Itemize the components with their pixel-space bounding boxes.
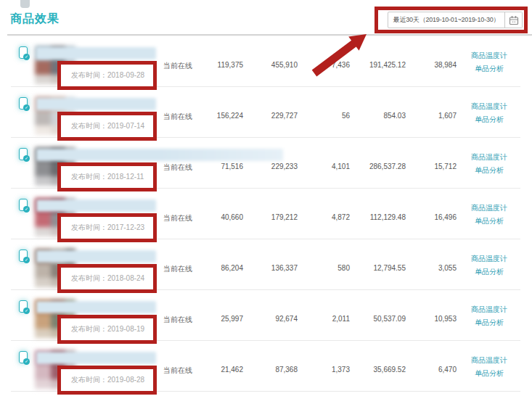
product-title-blurred: [36, 98, 156, 110]
metric-value: 16,496: [398, 213, 457, 221]
product-thermometer-link[interactable]: 商品温度计: [460, 100, 518, 113]
product-thermometer-link[interactable]: 商品温度计: [460, 252, 518, 265]
check-badge-icon: ✓: [23, 308, 30, 314]
metric-value: 12,794.55: [344, 264, 406, 272]
publish-date-value: 2018-09-28: [107, 71, 144, 79]
annotation-box-publish-date: 发布时间：2018-12-11: [57, 162, 157, 191]
metric-value: 50,537.09: [344, 315, 406, 323]
table-row: ✓ 发布时间：2018-08-24 当前在线 86,204 136,337 58…: [0, 239, 532, 290]
item-analysis-link[interactable]: 单品分析: [460, 62, 518, 75]
product-title-blurred: [36, 250, 156, 263]
metric-value: 40,660: [185, 213, 243, 221]
metric-value: 136,337: [240, 264, 298, 272]
annotation-box-publish-date: 发布时间：2018-08-24: [57, 264, 157, 293]
metric-value: 229,727: [240, 112, 298, 120]
publish-date-prefix: 发布时间：: [71, 122, 107, 130]
date-range-picker[interactable]: 最近30天（2019-10-01~2019-10-30）: [388, 12, 523, 28]
annotation-box-publish-date: 发布时间：2018-09-28: [57, 61, 157, 90]
item-analysis-link[interactable]: 单品分析: [460, 367, 518, 380]
item-analysis-link[interactable]: 单品分析: [460, 265, 518, 279]
row-links: 商品温度计 单品分析: [460, 151, 518, 177]
product-title-blurred: [36, 199, 156, 212]
metric-value: 15,712: [398, 162, 457, 170]
check-badge-icon: ✓: [23, 358, 30, 365]
metric-value: 191,425.12: [344, 61, 406, 69]
publish-date-prefix: 发布时间：: [71, 71, 107, 79]
metric-value: 56: [292, 112, 350, 120]
row-links: 商品温度计 单品分析: [460, 100, 518, 126]
device-verified-icon: ✓: [19, 46, 28, 59]
item-analysis-link[interactable]: 单品分析: [460, 113, 518, 126]
product-title-blurred: [36, 301, 156, 313]
device-verified-icon: ✓: [19, 351, 28, 363]
row-links: 商品温度计 单品分析: [460, 202, 518, 228]
page: 商品效果 最近30天（2019-10-01~2019-10-30） ✓: [0, 0, 532, 404]
calendar-button[interactable]: [504, 12, 522, 28]
metric-value: 119,375: [185, 61, 243, 69]
publish-date-label: 发布时间：2019-08-28: [61, 375, 144, 385]
metric-value: 112,129.48: [344, 213, 406, 221]
product-title-blurred: [36, 47, 156, 59]
date-range-label: 最近30天（2019-10-01~2019-10-30）: [388, 12, 504, 28]
publish-date-value: 2018-08-24: [107, 274, 144, 282]
annotation-box-publish-date: 发布时间：2019-07-14: [57, 112, 157, 141]
device-verified-icon: ✓: [19, 97, 28, 110]
row-links: 商品温度计 单品分析: [460, 252, 518, 279]
metric-value: 1,607: [398, 112, 457, 120]
metric-value: 179,212: [240, 213, 298, 221]
publish-date-label: 发布时间：2019-07-14: [61, 121, 144, 131]
device-verified-icon: ✓: [19, 148, 28, 160]
table-row: ✓ 发布时间：2019-08-19 当前在线 25,997 92,674 2,0…: [0, 290, 532, 341]
product-thermometer-link[interactable]: 商品温度计: [460, 151, 518, 164]
publish-date-value: 2019-08-19: [107, 325, 144, 333]
metric-value: 6,470: [398, 366, 457, 374]
metric-value: 229,233: [240, 162, 298, 170]
product-thermometer-link[interactable]: 商品温度计: [460, 354, 518, 367]
metric-value: 1,373: [292, 366, 350, 374]
check-badge-icon: ✓: [23, 257, 30, 263]
metric-value: 21,462: [185, 366, 243, 374]
publish-date-prefix: 发布时间：: [71, 223, 107, 231]
metric-value: 580: [292, 264, 350, 272]
annotation-box-publish-date: 发布时间：2017-12-23: [57, 213, 157, 242]
annotation-box-publish-date: 发布时间：2019-08-19: [57, 315, 157, 344]
publish-date-value: 2018-12-11: [107, 173, 144, 181]
product-thermometer-link[interactable]: 商品温度计: [460, 202, 518, 215]
publish-date-value: 2019-08-28: [107, 376, 144, 384]
row-links: 商品温度计 单品分析: [460, 49, 518, 75]
metric-value: 87,368: [240, 366, 298, 374]
metric-value: 35,669.52: [344, 366, 406, 374]
publish-date-label: 发布时间：2018-09-28: [61, 70, 144, 81]
metric-value: 4,872: [292, 213, 350, 221]
calendar-icon: [509, 15, 519, 25]
table-row: ✓ 发布时间：2018-09-28 当前在线 119,375 455,910 7…: [0, 36, 532, 87]
corner-artifact: [20, 0, 30, 8]
metric-value: 2,011: [292, 315, 350, 323]
publish-date-label: 发布时间：2019-08-19: [61, 324, 144, 334]
table-row: ✓ 发布时间：2018-12-11 当前在线 71,516 229,233 4,…: [0, 138, 532, 189]
check-badge-icon: ✓: [23, 155, 30, 162]
publish-date-prefix: 发布时间：: [71, 173, 107, 181]
metric-value: 854.03: [344, 112, 406, 120]
product-title-blurred: [36, 149, 283, 161]
page-title: 商品效果: [10, 12, 60, 27]
metric-value: 38,984: [398, 61, 457, 69]
metric-value: 7,436: [292, 61, 350, 69]
table-row: ✓ 发布时间：2019-08-28 当前在线 21,462 87,368 1,3…: [0, 341, 532, 392]
metric-value: 25,997: [185, 315, 243, 323]
item-analysis-link[interactable]: 单品分析: [460, 316, 518, 329]
item-analysis-link[interactable]: 单品分析: [460, 164, 518, 177]
product-title-blurred: [36, 352, 156, 364]
header-divider: [7, 34, 532, 36]
product-thermometer-link[interactable]: 商品温度计: [460, 49, 518, 62]
publish-date-label: 发布时间：2017-12-23: [61, 223, 144, 233]
annotation-box-publish-date: 发布时间：2019-08-28: [57, 366, 157, 395]
metric-value: 86,204: [185, 264, 243, 272]
metric-value: 455,910: [240, 61, 298, 69]
publish-date-value: 2017-12-23: [107, 223, 144, 231]
device-verified-icon: ✓: [19, 199, 28, 211]
product-thermometer-link[interactable]: 商品温度计: [460, 303, 518, 316]
row-links: 商品温度计 单品分析: [460, 354, 518, 380]
item-analysis-link[interactable]: 单品分析: [460, 215, 518, 228]
publish-date-prefix: 发布时间：: [71, 274, 107, 282]
